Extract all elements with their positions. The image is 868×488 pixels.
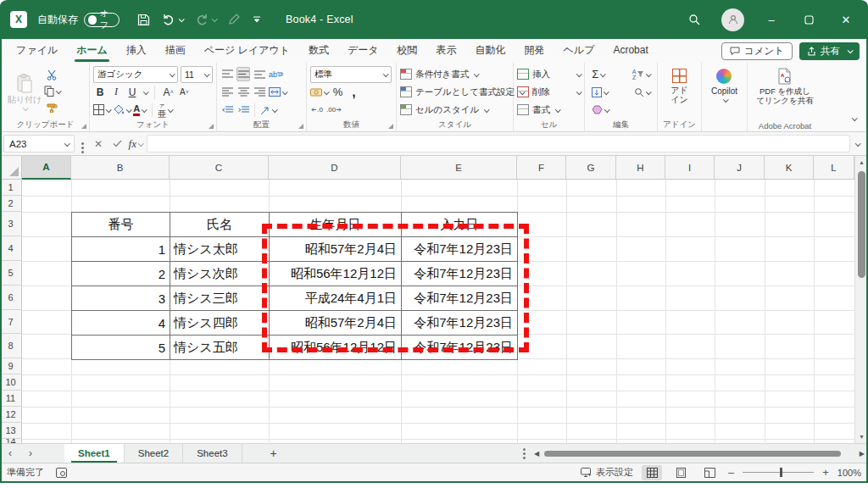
cell-B4[interactable]: 1: [72, 237, 170, 262]
cell-styles-button[interactable]: セルのスタイル: [400, 101, 509, 119]
save-icon[interactable]: [137, 8, 150, 30]
tab-home[interactable]: ホーム: [67, 40, 117, 63]
row-header-6[interactable]: 6: [0, 286, 22, 310]
formula-input[interactable]: [147, 135, 850, 152]
autosum-button[interactable]: Σ: [592, 67, 605, 81]
cell-E4[interactable]: 令和7年12月23日: [402, 237, 518, 262]
tab-data[interactable]: データ: [338, 40, 388, 63]
name-box[interactable]: A23: [3, 135, 75, 152]
sheet-grid[interactable]: A B C D E F G H I J K L 1 2 3 4 5 6 7 8 …: [0, 156, 868, 443]
bold-button[interactable]: B: [93, 85, 107, 99]
tab-draw[interactable]: 描画: [156, 40, 195, 63]
cell-B6[interactable]: 3: [72, 286, 170, 311]
cell-C6[interactable]: 情シス三郎: [170, 286, 270, 311]
collapse-ribbon-chevron-icon[interactable]: [852, 115, 857, 120]
select-all-corner[interactable]: [0, 156, 22, 180]
row-header-1[interactable]: 1: [0, 180, 22, 196]
horizontal-scrollbar[interactable]: ◀ ▶: [534, 447, 865, 459]
format-as-table-button[interactable]: テーブルとして書式設定: [400, 83, 509, 101]
scroll-down-icon[interactable]: ▼: [855, 430, 868, 443]
cell-C3[interactable]: 氏名: [170, 213, 270, 237]
display-settings-button[interactable]: 表示設定: [581, 466, 633, 479]
increase-font-size-button[interactable]: A˄: [162, 85, 175, 99]
undo-button[interactable]: [162, 8, 183, 30]
font-color-button[interactable]: A: [133, 103, 147, 117]
cell-C8[interactable]: 情シス五郎: [170, 336, 270, 360]
account-avatar[interactable]: [721, 8, 744, 31]
accounting-format-icon[interactable]: [310, 85, 329, 99]
column-header-B[interactable]: B: [71, 156, 170, 180]
tab-view[interactable]: 表示: [427, 40, 466, 63]
underline-chevron-icon[interactable]: [143, 89, 148, 94]
cell-D3[interactable]: 生年月日: [270, 213, 402, 237]
cell-D8[interactable]: 昭和56年12月12日: [270, 336, 402, 360]
paste-button[interactable]: 貼り付け: [5, 65, 44, 119]
cell-B3[interactable]: 番号: [72, 213, 170, 237]
underline-button[interactable]: U: [125, 85, 139, 99]
format-cells-button[interactable]: 書式: [517, 101, 581, 119]
row-header-12[interactable]: 12: [0, 407, 22, 423]
wrap-text-icon[interactable]: ab: [269, 67, 284, 81]
insert-cells-button[interactable]: 挿入: [517, 65, 581, 83]
column-header-A[interactable]: A: [22, 156, 71, 180]
row-header-8[interactable]: 8: [0, 334, 22, 358]
sheet-tab-sheet3[interactable]: Sheet3: [183, 444, 242, 463]
font-size-select[interactable]: 11: [181, 66, 213, 83]
copilot-button[interactable]: Copilot: [711, 69, 737, 102]
find-select-button[interactable]: [634, 85, 651, 99]
italic-button[interactable]: I: [109, 85, 123, 99]
decrease-indent-icon[interactable]: [220, 103, 234, 117]
cell-E8[interactable]: 令和7年12月23日: [402, 336, 518, 360]
column-header-E[interactable]: E: [401, 156, 517, 180]
tab-formulas[interactable]: 数式: [299, 40, 338, 63]
column-header-D[interactable]: D: [269, 156, 401, 180]
tab-page-layout[interactable]: ページ レイアウト: [195, 40, 299, 63]
cell-C4[interactable]: 情シス太郎: [170, 237, 270, 262]
cell-D4[interactable]: 昭和57年2月4日: [270, 237, 402, 262]
row-header-2[interactable]: 2: [0, 196, 22, 212]
tab-help[interactable]: ヘルプ: [554, 40, 604, 63]
cell-C5[interactable]: 情シス次郎: [170, 262, 270, 286]
borders-button[interactable]: [93, 103, 111, 117]
sheet-tab-sheet1[interactable]: Sheet1: [64, 444, 125, 463]
undo-chevron-icon[interactable]: [179, 16, 185, 22]
column-header-J[interactable]: J: [715, 156, 765, 180]
column-header-H[interactable]: H: [616, 156, 665, 180]
align-top-icon[interactable]: [220, 67, 234, 81]
page-layout-view-button[interactable]: [670, 465, 691, 480]
insert-function-icon[interactable]: fx: [126, 135, 145, 152]
formula-bar-expand-icon[interactable]: [855, 141, 860, 146]
macro-record-icon[interactable]: [56, 468, 67, 478]
row-header-11[interactable]: 11: [0, 391, 22, 407]
column-header-F[interactable]: F: [517, 156, 566, 180]
sheetbar-resize-handle[interactable]: [523, 448, 526, 451]
align-right-icon[interactable]: [253, 85, 266, 99]
row-header-10[interactable]: 10: [0, 374, 22, 391]
cell-B5[interactable]: 2: [72, 262, 170, 286]
merge-center-icon[interactable]: [269, 85, 287, 99]
font-dialog-launcher[interactable]: [209, 124, 214, 129]
cell-E5[interactable]: 令和7年12月23日: [402, 262, 518, 286]
cell-E7[interactable]: 令和7年12月23日: [402, 311, 518, 336]
create-pdf-button[interactable]: A PDF を作成してリンクを共有: [756, 68, 814, 105]
row-header-7[interactable]: 7: [0, 310, 22, 334]
number-dialog-launcher[interactable]: [388, 124, 393, 129]
format-painter-icon[interactable]: [44, 100, 61, 114]
increase-decimal-icon[interactable]: .0: [310, 103, 324, 117]
row-header-3[interactable]: 3: [0, 212, 22, 236]
cell-E3[interactable]: 入力日: [402, 213, 518, 237]
scroll-up-icon[interactable]: ▲: [855, 156, 868, 169]
zoom-level[interactable]: 100%: [837, 468, 861, 478]
sort-filter-button[interactable]: AZ: [632, 67, 650, 81]
sheet-nav-left-icon[interactable]: ‹: [0, 447, 20, 459]
zoom-slider-thumb[interactable]: [780, 468, 782, 477]
decrease-font-size-button[interactable]: A˅: [178, 85, 192, 99]
tab-automate[interactable]: 自動化: [466, 40, 515, 63]
sheet-tab-sheet2[interactable]: Sheet2: [125, 444, 183, 463]
copy-icon[interactable]: [44, 84, 61, 98]
close-button[interactable]: ✕: [829, 6, 863, 33]
normal-view-button[interactable]: [642, 465, 662, 480]
column-header-L[interactable]: L: [814, 156, 854, 180]
tab-acrobat[interactable]: Acrobat: [604, 41, 657, 61]
cell-C7[interactable]: 情シス四郎: [170, 311, 270, 336]
